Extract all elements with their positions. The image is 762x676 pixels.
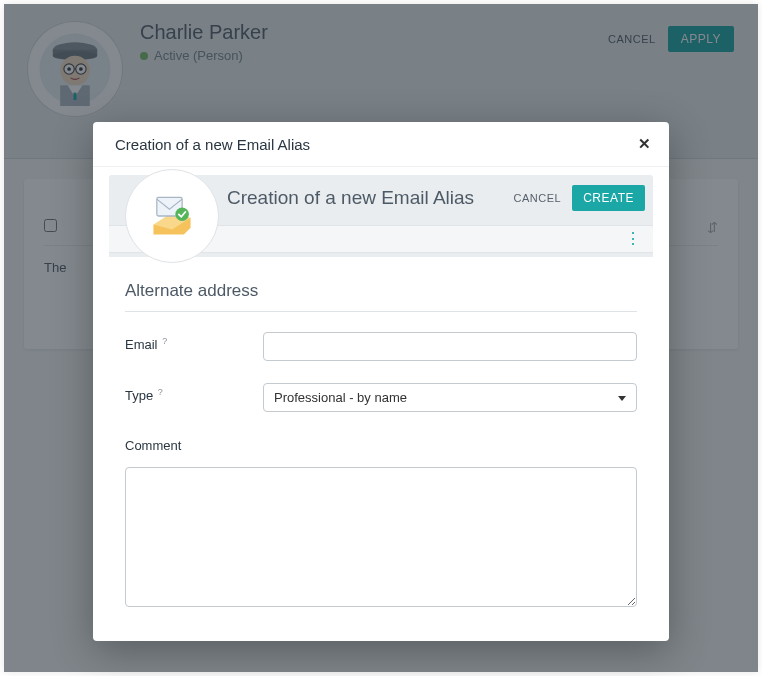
modal-subtitle: Creation of a new Email Alias [227,187,503,209]
type-label: Type ? [125,383,243,412]
email-label: Email ? [125,332,243,361]
modal-title: Creation of a new Email Alias [115,136,310,153]
email-alias-icon [125,169,219,263]
create-email-alias-modal: Creation of a new Email Alias ✕ Creation… [93,122,669,641]
svg-point-13 [175,208,189,222]
comment-field[interactable] [125,467,637,607]
section-title: Alternate address [125,281,637,312]
comment-label: Comment [125,434,243,453]
create-button[interactable]: CREATE [572,185,645,211]
close-icon[interactable]: ✕ [638,135,651,153]
modal-overlay: Creation of a new Email Alias ✕ Creation… [4,4,758,672]
email-field[interactable] [263,332,637,361]
cancel-link[interactable]: CANCEL [514,192,562,204]
type-select[interactable]: Professional - by name [263,383,637,412]
more-actions-icon[interactable]: ⋮ [625,235,641,243]
